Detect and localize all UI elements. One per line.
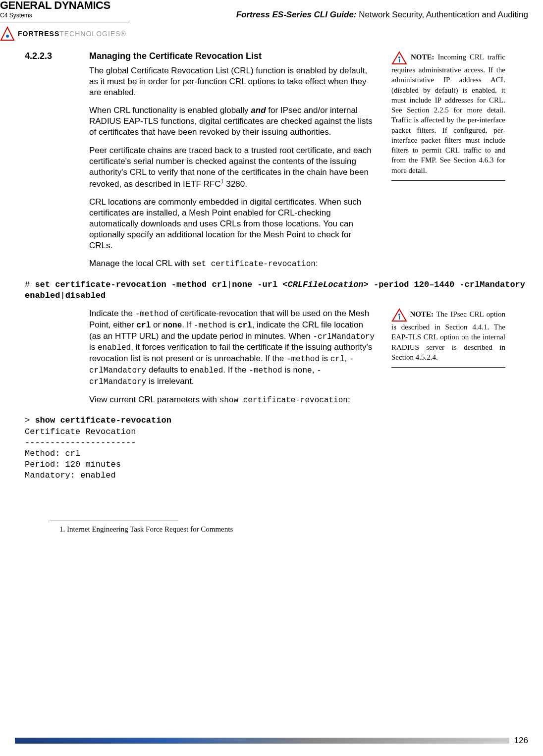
svg-rect-7 — [399, 316, 400, 320]
footnote-rule — [50, 521, 178, 521]
footer-gradient — [15, 738, 509, 744]
page-number: 126 — [514, 736, 543, 746]
content: 4.2.2.3 Managing the Certificate Revocat… — [0, 41, 543, 534]
note-icon — [391, 51, 407, 65]
svg-rect-4 — [399, 59, 400, 62]
cmd-show: > show certificate-revocation Certificat… — [25, 415, 528, 481]
para-2: When CRL functionality is enabled global… — [89, 105, 377, 138]
page-header: GENERAL DYNAMICS C4 Systems FORTRESSTECH… — [0, 0, 543, 41]
fortress-icon — [0, 26, 15, 41]
cmd-set: # set certificate-revocation -method crl… — [25, 279, 528, 301]
header-title: Fortress ES-Series CLI Guide: Network Se… — [236, 0, 528, 20]
logo-block: GENERAL DYNAMICS C4 Systems FORTRESSTECH… — [0, 0, 129, 41]
svg-point-3 — [398, 56, 400, 58]
section-number: 4.2.2.3 — [25, 51, 74, 276]
para-7: View current CRL parameters with show ce… — [89, 394, 377, 406]
para-3: Peer certificate chains are traced back … — [89, 145, 377, 190]
section-title: Managing the Certificate Revocation List — [89, 51, 377, 61]
brand-top: GENERAL DYNAMICS — [0, 0, 129, 11]
para-4: CRL locations are commonly embedded in d… — [89, 197, 377, 251]
svg-point-1 — [6, 35, 9, 38]
para-1: The global Certificate Revocation List (… — [89, 65, 377, 98]
para-5: Manage the local CRL with set certificat… — [89, 258, 377, 270]
brand-sub: C4 Systems — [0, 12, 129, 22]
footer: 126 — [0, 735, 543, 746]
footnote: 1. Internet Engineering Task Force Reque… — [59, 525, 528, 534]
note-icon — [391, 308, 407, 322]
fortress-text: FORTRESSTECHNOLOGIES® — [18, 30, 126, 38]
svg-marker-0 — [1, 27, 14, 40]
svg-point-6 — [398, 314, 400, 316]
para-6: Indicate the -method of certificate-revo… — [89, 308, 377, 387]
fortress-logo: FORTRESSTECHNOLOGIES® — [0, 26, 129, 41]
note-2: NOTE: The IPsec CRL option is described … — [391, 308, 505, 368]
note-1: NOTE: Incoming CRL traffic requires admi… — [391, 51, 505, 181]
